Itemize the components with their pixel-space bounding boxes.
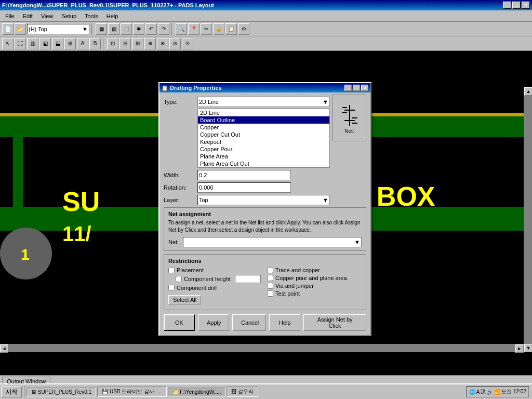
cancel-button[interactable]: Cancel [232, 314, 266, 331]
trace-copper-checkbox[interactable] [267, 267, 273, 273]
copper-pour-checkbox[interactable] [267, 275, 273, 281]
scroll-up-btn[interactable]: ▲ [524, 87, 532, 96]
layer-dropdown[interactable]: (H) Top ▼ [27, 24, 89, 34]
net-assignment-section: Net assignment To assign a net, select a… [164, 207, 366, 251]
layer-select[interactable]: Top ▼ [197, 195, 330, 205]
tb-btn2[interactable]: ▧ [108, 23, 119, 35]
tb-btn9[interactable]: ✂ [201, 23, 212, 35]
separator3 [103, 38, 105, 49]
taskbar-item-1[interactable]: 💾 USB 드라이브 검사 -... [97, 387, 166, 397]
tray-icon-4: 🔊 [487, 389, 493, 395]
height-value-input[interactable] [235, 275, 261, 283]
option-keepout[interactable]: Keepout [198, 138, 329, 145]
tb2-btn11[interactable]: ⊞ [132, 38, 143, 49]
menu-file[interactable]: File [2, 12, 18, 20]
dialog-title-controls: _ □ × [344, 85, 368, 91]
net-row: Net: ▼ [168, 237, 362, 247]
test-point-checkbox[interactable] [267, 290, 273, 297]
tb-btn4[interactable]: ✱ [133, 23, 144, 35]
type-dropdown-arrow: ▼ [323, 99, 328, 105]
net-section-desc: To assign a net, select a net in the Net… [168, 219, 362, 234]
tb-btn1[interactable]: ▦ [96, 23, 107, 35]
assign-net-button[interactable]: Assign Net by Click [303, 314, 366, 331]
tray-icon-5: 📶 [494, 389, 500, 395]
tb-btn11[interactable]: 📋 [225, 23, 237, 35]
net-field-label: Net: [168, 239, 179, 245]
taskbar-item-2[interactable]: 📁 F:\YengdongW..... [168, 388, 226, 396]
title-bar: F:\YengdongW...\SUPER_PLUS_Rev0.1\SUPER_… [0, 0, 532, 10]
open-btn[interactable]: 📂 [15, 23, 26, 35]
restrictions-title: Restrictions [168, 258, 362, 264]
apply-button[interactable]: Apply [198, 314, 229, 331]
width-input[interactable] [197, 170, 291, 180]
option-plane-area[interactable]: Plane Area [198, 153, 329, 160]
tb-btn8[interactable]: 📍 [188, 23, 200, 35]
tb2-btn14[interactable]: ⊘ [169, 38, 181, 49]
ok-button[interactable]: OK [164, 314, 195, 331]
tb2-btn12[interactable]: ⊕ [144, 38, 156, 49]
taskbar-item-0[interactable]: 🖥 SUPER_PLUS_Rev0.1 [26, 388, 96, 396]
option-2dline[interactable]: 2D Line [198, 109, 329, 116]
layer-arrow-icon: ▼ [323, 197, 328, 203]
tb2-btn1[interactable]: ↖ [2, 38, 14, 49]
menu-view[interactable]: View [38, 12, 57, 20]
menu-edit[interactable]: Edit [20, 12, 36, 20]
rotation-row: Rotation: [164, 182, 366, 193]
bottom-scrollbar[interactable]: ◄ ► [0, 344, 524, 352]
taskbar-item-3[interactable]: 🖼 갈무리 [227, 387, 258, 397]
tb2-btn6[interactable]: ⊞ [64, 38, 76, 49]
dialog-body: Type: 2D Line ▼ 2D Line Board Outline Co… [159, 92, 370, 335]
tb-btn3[interactable]: ⬚ [121, 23, 132, 35]
net-icon-container: Net: [332, 95, 366, 141]
pcb-text-su: SU [62, 186, 100, 217]
menu-tools[interactable]: Tools [82, 12, 101, 20]
scroll-left-btn[interactable]: ◄ [0, 344, 8, 353]
new-btn[interactable]: 📄 [2, 23, 14, 35]
comp-height-checkbox[interactable] [176, 276, 182, 282]
option-copper-cutout[interactable]: Copper Cut Out [198, 131, 329, 138]
option-copper[interactable]: Copper [198, 124, 329, 131]
dialog-minimize-btn[interactable]: _ [344, 85, 352, 91]
title-bar-controls: _ □ × [503, 2, 530, 9]
type-select-display[interactable]: 2D Line ▼ [197, 97, 330, 107]
tb2-btn13[interactable]: ⊗ [157, 38, 168, 49]
rotation-input[interactable] [197, 182, 291, 193]
minimize-button[interactable]: _ [503, 2, 511, 9]
maximize-button[interactable]: □ [512, 2, 521, 9]
tb2-btn7[interactable]: A [77, 38, 88, 49]
tb-btn6[interactable]: ↷ [158, 23, 169, 35]
select-all-button[interactable]: Select All [168, 295, 201, 304]
tb2-btn4[interactable]: ⬕ [39, 38, 51, 49]
option-board-outline[interactable]: Board Outline [198, 116, 329, 124]
start-button[interactable]: 시작 [1, 387, 22, 397]
tb2-btn3[interactable]: ▥ [27, 38, 38, 49]
menu-setup[interactable]: Setup [58, 12, 79, 20]
tb2-btn9[interactable]: ⊡ [107, 38, 118, 49]
option-copper-pour[interactable]: Copper Pour [198, 145, 329, 153]
tb-btn10[interactable]: 🔒 [213, 23, 224, 35]
tb2-btn5[interactable]: ⬓ [52, 38, 63, 49]
right-scrollbar[interactable]: ▲ ▼ [524, 87, 532, 352]
tb-btn7[interactable]: 🔍 [176, 23, 187, 35]
help-button[interactable]: Help [269, 314, 300, 331]
scroll-down-btn[interactable]: ▼ [524, 344, 532, 352]
net-select[interactable]: ▼ [183, 237, 362, 247]
tb-btn12[interactable]: ⚙ [238, 23, 249, 35]
tb2-btn2[interactable]: ⛶ [15, 38, 26, 49]
comp-height-label: Component height [184, 276, 231, 282]
menu-help[interactable]: Help [103, 12, 122, 20]
option-plane-area-cutout[interactable]: Plane Area Cut Out [198, 160, 329, 167]
dialog-maximize-btn[interactable]: □ [353, 85, 360, 91]
dialog-icon: 📋 [162, 85, 168, 91]
placement-checkbox[interactable] [168, 267, 175, 273]
close-button[interactable]: × [522, 2, 530, 9]
comp-drill-checkbox[interactable] [168, 285, 175, 291]
tb2-btn15[interactable]: ⊙ [182, 38, 193, 49]
tb2-btn8[interactable]: B [89, 38, 101, 49]
via-jumper-checkbox[interactable] [267, 283, 273, 289]
dialog-close-btn[interactable]: × [361, 85, 368, 91]
type-label: Type: [164, 99, 197, 105]
tb-btn5[interactable]: ↶ [145, 23, 157, 35]
scroll-right-btn[interactable]: ► [515, 344, 524, 353]
tb2-btn10[interactable]: ⊟ [119, 38, 131, 49]
